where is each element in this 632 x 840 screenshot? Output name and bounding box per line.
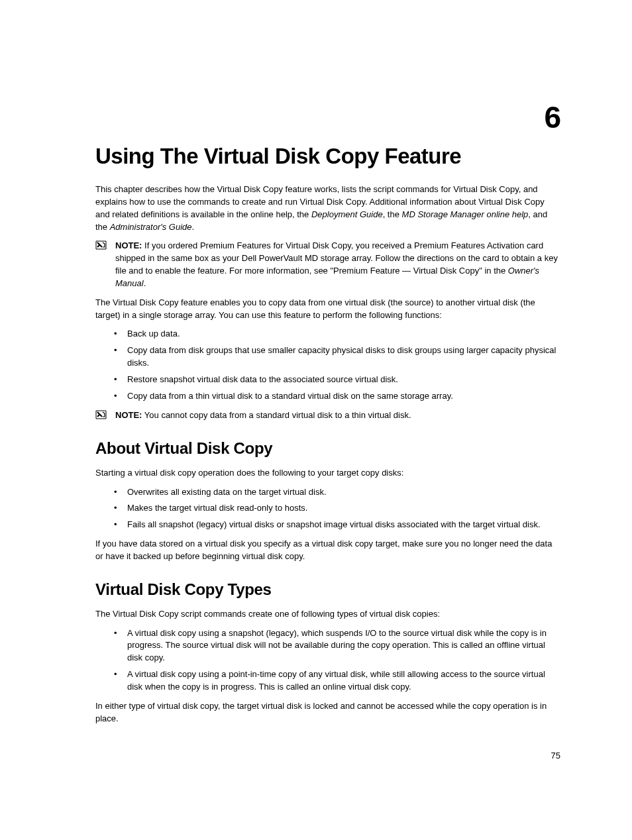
heading-about-virtual-disk-copy: About Virtual Disk Copy	[95, 439, 560, 458]
heading-virtual-disk-copy-types: Virtual Disk Copy Types	[95, 580, 560, 599]
types-intro-paragraph: The Virtual Disk Copy script commands cr…	[95, 608, 560, 621]
chapter-title: Using The Virtual Disk Copy Feature	[95, 144, 560, 169]
list-item: Fails all snapshot (legacy) virtual disk…	[95, 519, 560, 531]
document-page: 6 Using The Virtual Disk Copy Feature Th…	[0, 0, 632, 725]
list-item: A virtual disk copy using a snapshot (le…	[95, 627, 560, 665]
chapter-number: 6	[544, 99, 560, 135]
note-text: NOTE: You cannot copy data from a standa…	[115, 409, 560, 422]
list-item: Copy data from disk groups that use smal…	[95, 344, 560, 370]
ref-md-storage-manager-help: MD Storage Manager online help	[402, 209, 529, 219]
list-item: Back up data.	[95, 328, 560, 341]
warning-paragraph: If you have data stored on a virtual dis…	[95, 538, 560, 563]
note-block-cannot-copy: NOTE: You cannot copy data from a standa…	[95, 409, 560, 422]
note-label: NOTE:	[115, 240, 142, 250]
functions-list: Back up data. Copy data from disk groups…	[95, 328, 560, 402]
text: If you ordered Premium Features for Virt…	[115, 240, 558, 276]
note-icon	[95, 240, 115, 252]
intro-paragraph: This chapter describes how the Virtual D…	[95, 184, 560, 233]
ref-deployment-guide: Deployment Guide	[311, 209, 383, 219]
target-effects-list: Overwrites all existing data on the targ…	[95, 486, 560, 532]
text: You cannot copy data from a standard vir…	[142, 410, 411, 420]
text: .	[144, 278, 146, 288]
note-label: NOTE:	[115, 410, 142, 420]
list-item: A virtual disk copy using a point-in-tim…	[95, 668, 560, 694]
ref-administrators-guide: Administrator's Guide	[110, 222, 192, 232]
note-block-premium-features: NOTE: If you ordered Premium Features fo…	[95, 240, 560, 289]
list-item: Makes the target virtual disk read-only …	[95, 502, 560, 515]
feature-description-paragraph: The Virtual Disk Copy feature enables yo…	[95, 297, 560, 322]
note-icon	[95, 409, 115, 422]
page-number: 75	[551, 751, 560, 761]
text: .	[192, 222, 195, 232]
about-paragraph: Starting a virtual disk copy operation d…	[95, 467, 560, 480]
list-item: Overwrites all existing data on the targ…	[95, 486, 560, 499]
text: , the	[383, 209, 402, 219]
note-text: NOTE: If you ordered Premium Features fo…	[115, 240, 560, 289]
list-item: Restore snapshot virtual disk data to th…	[95, 374, 560, 386]
types-closing-paragraph: In either type of virtual disk copy, the…	[95, 700, 560, 725]
list-item: Copy data from a thin virtual disk to a …	[95, 390, 560, 403]
copy-types-list: A virtual disk copy using a snapshot (le…	[95, 627, 560, 694]
